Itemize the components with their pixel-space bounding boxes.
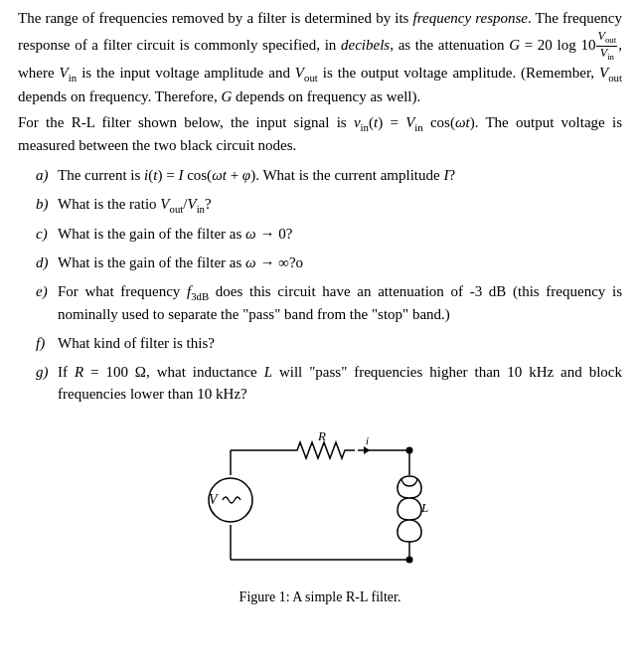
intro-text: The range of frequencies removed by a fi… bbox=[18, 8, 622, 157]
question-d: d) What is the gain of the filter as ω →… bbox=[36, 252, 622, 274]
q-label-c: c) bbox=[36, 224, 58, 246]
q-text-g: If R = 100 Ω, what inductance L will "pa… bbox=[58, 362, 622, 406]
question-e: e) For what frequency f3dB does this cir… bbox=[36, 281, 622, 326]
q-text-c: What is the gain of the filter as ω → 0? bbox=[58, 224, 622, 246]
q-text-f: What kind of filter is this? bbox=[58, 333, 622, 355]
q-label-d: d) bbox=[36, 252, 58, 274]
q-label-a: a) bbox=[36, 165, 58, 187]
question-c: c) What is the gain of the filter as ω →… bbox=[36, 224, 622, 246]
svg-point-16 bbox=[406, 557, 413, 564]
question-a: a) The current is i(t) = I cos(ωt + φ). … bbox=[36, 165, 622, 187]
questions-list: a) The current is i(t) = I cos(ωt + φ). … bbox=[36, 165, 622, 406]
q-text-b: What is the ratio Vout/Vin? bbox=[58, 194, 622, 218]
figure-caption: Figure 1: A simple R-L filter. bbox=[240, 588, 401, 607]
figure-area: V R i bbox=[18, 420, 622, 607]
svg-text:R: R bbox=[317, 428, 326, 443]
q-label-g: g) bbox=[36, 362, 58, 384]
q-label-e: e) bbox=[36, 281, 58, 303]
svg-text:V: V bbox=[209, 492, 219, 507]
q-text-d: What is the gain of the filter as ω → ∞?… bbox=[58, 252, 622, 274]
page-content: The range of frequencies removed by a fi… bbox=[18, 8, 622, 608]
question-g: g) If R = 100 Ω, what inductance L will … bbox=[36, 362, 622, 406]
q-label-f: f) bbox=[36, 333, 58, 355]
svg-text:i: i bbox=[366, 434, 369, 446]
circuit-diagram: V R i bbox=[171, 420, 469, 580]
para2: For the R-L filter shown below, the inpu… bbox=[18, 112, 622, 157]
para1: The range of frequencies removed by a fi… bbox=[18, 8, 622, 108]
q-label-b: b) bbox=[36, 194, 58, 216]
svg-marker-8 bbox=[364, 446, 370, 454]
q-text-e: For what frequency f3dB does this circui… bbox=[58, 281, 622, 326]
question-b: b) What is the ratio Vout/Vin? bbox=[36, 194, 622, 218]
question-f: f) What kind of filter is this? bbox=[36, 333, 622, 355]
q-text-a: The current is i(t) = I cos(ωt + φ). Wha… bbox=[58, 165, 622, 187]
